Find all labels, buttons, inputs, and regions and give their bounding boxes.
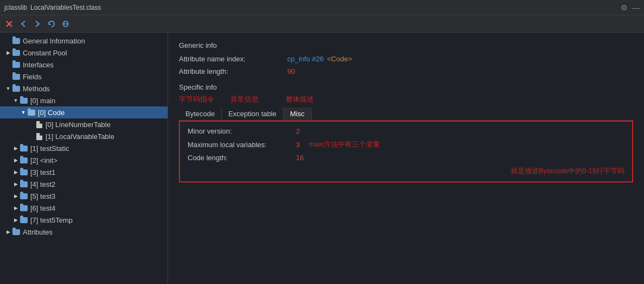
sidebar-item-interfaces[interactable]: Interfaces: [0, 59, 168, 71]
sidebar-item-method5[interactable]: ▶ [5] test3: [0, 190, 168, 202]
max-local-vars-value: 3: [296, 141, 300, 149]
file-icon-lineNumberTable: [35, 120, 43, 129]
exception-annotation: 异常信息: [230, 94, 259, 104]
folder-icon-method6: [20, 204, 28, 212]
folder-icon-method4: [20, 180, 28, 188]
sidebar-item-code0[interactable]: ▼ [0] Code: [0, 106, 168, 118]
annotation-row: 字节码指令 异常信息 整体描述: [179, 94, 633, 104]
attribute-length-row: Attribute length: 90: [179, 67, 633, 75]
arrow-code0: ▼: [20, 110, 27, 115]
label-constantPool: Constant Pool: [23, 49, 67, 57]
folder-icon-interfaces: [12, 60, 21, 69]
arrow-method5: ▶: [12, 193, 20, 199]
sidebar-item-general[interactable]: General Information: [0, 35, 168, 47]
label-method1: [1] testStatic: [30, 144, 69, 153]
tab-misc[interactable]: Misc: [284, 108, 312, 120]
app-name: jclasslib: [4, 4, 27, 11]
back-button[interactable]: [17, 18, 29, 30]
content-panel: Generic info Attribute name index: cp_in…: [168, 33, 644, 284]
attribute-name-tag: <Code>: [327, 55, 352, 63]
label-code0: [0] Code: [38, 109, 65, 117]
attribute-name-link[interactable]: cp_info #26: [287, 55, 324, 63]
code-length-annotation: 就是描述Bytecode中的0-15行字节码: [188, 166, 624, 176]
attribute-length-value: 90: [287, 67, 295, 75]
folder-icon-methods: [12, 84, 21, 93]
label-method0: [0] main: [30, 97, 55, 105]
tabs-bar: Bytecode Exception table Misc: [179, 108, 633, 121]
minimize-icon[interactable]: —: [632, 3, 640, 12]
refresh-button[interactable]: [46, 18, 57, 30]
misc-info-box: Minor version: 2 Maximum local variables…: [179, 121, 633, 182]
globe-button[interactable]: [60, 18, 72, 30]
folder-icon-method1: [20, 144, 28, 153]
arrow-methods: ▼: [4, 86, 12, 91]
folder-icon-general: [12, 36, 21, 45]
sidebar-item-method2[interactable]: ▶ [2] <init>: [0, 154, 168, 166]
sidebar-item-method1[interactable]: ▶ [1] testStatic: [0, 142, 168, 154]
specific-info-title: Specific info: [179, 83, 633, 91]
close-button[interactable]: [3, 18, 15, 30]
attribute-length-label: Attribute length:: [179, 67, 287, 75]
folder-icon-method3: [20, 168, 28, 176]
attribute-name-label: Attribute name index:: [179, 55, 287, 63]
code-length-value: 16: [296, 154, 304, 162]
tab-exception-table[interactable]: Exception table: [222, 108, 284, 120]
sidebar-item-localVariableTable[interactable]: [1] LocalVariableTable: [0, 130, 168, 142]
arrow-method4: ▶: [12, 181, 20, 187]
generic-info-title: Generic info: [179, 41, 633, 49]
label-fields: Fields: [23, 73, 42, 81]
label-method4: [4] test2: [30, 180, 55, 188]
arrow-method2: ▶: [12, 157, 20, 163]
folder-icon-constantPool: [12, 48, 21, 57]
file-name: LocalVariablesTest.class: [30, 4, 101, 11]
folder-icon-attributes: [12, 228, 21, 236]
label-method6: [6] test4: [30, 204, 55, 212]
minor-version-row: Minor version: 2: [188, 127, 624, 135]
arrow-attributes: ▶: [4, 229, 12, 235]
arrow-method7: ▶: [12, 217, 20, 223]
max-local-vars-annotation: main方法中有三个变量: [308, 140, 380, 149]
label-general: General Information: [23, 37, 85, 45]
sidebar-item-method7[interactable]: ▶ [7] test5Temp: [0, 214, 168, 226]
sidebar-item-methods[interactable]: ▼ Methods: [0, 83, 168, 94]
max-local-vars-row: Maximum local variables: 3 main方法中有三个变量: [188, 140, 624, 149]
sidebar-item-constantPool[interactable]: ▶ Constant Pool: [0, 47, 168, 59]
arrow-method1: ▶: [12, 146, 20, 151]
sidebar-item-lineNumberTable[interactable]: [0] LineNumberTable: [0, 118, 168, 130]
toolbar: [0, 15, 644, 33]
arrow-method0: ▼: [12, 98, 20, 103]
arrow-method6: ▶: [12, 205, 20, 211]
sidebar-item-attributes[interactable]: ▶ Attributes: [0, 226, 168, 238]
tab-bytecode[interactable]: Bytecode: [179, 108, 222, 120]
folder-icon-method5: [20, 192, 28, 200]
label-method2: [2] <init>: [30, 156, 57, 165]
sidebar-item-method3[interactable]: ▶ [3] test1: [0, 166, 168, 178]
folder-icon-code0: [27, 108, 36, 117]
max-local-vars-label: Maximum local variables:: [188, 141, 296, 149]
label-localVariableTable: [1] LocalVariableTable: [46, 132, 114, 141]
code-length-label: Code length:: [188, 154, 296, 162]
label-lineNumberTable: [0] LineNumberTable: [46, 121, 111, 129]
file-icon-localVariableTable: [35, 132, 43, 141]
title-bar: jclasslib LocalVariablesTest.class ⚙ —: [0, 0, 644, 15]
forward-button[interactable]: [31, 18, 43, 30]
sidebar-item-method4[interactable]: ▶ [4] test2: [0, 178, 168, 190]
arrow-constantPool: ▶: [4, 50, 12, 55]
tree-panel: General Information ▶ Constant Pool Inte…: [0, 33, 168, 284]
code-length-row: Code length: 16: [188, 154, 624, 162]
minor-version-label: Minor version:: [188, 127, 296, 135]
minor-version-value: 2: [296, 127, 300, 135]
title-bar-left: jclasslib LocalVariablesTest.class: [4, 4, 101, 11]
sidebar-item-method6[interactable]: ▶ [6] test4: [0, 202, 168, 214]
sidebar-item-method0[interactable]: ▼ [0] main: [0, 94, 168, 106]
sidebar-item-fields[interactable]: Fields: [0, 71, 168, 83]
folder-icon-fields: [12, 72, 21, 81]
label-method7: [7] test5Temp: [30, 216, 73, 224]
label-method5: [5] test3: [30, 192, 55, 200]
label-attributes: Attributes: [23, 228, 53, 236]
misc-annotation: 整体描述: [286, 94, 314, 104]
label-interfaces: Interfaces: [23, 61, 54, 69]
settings-icon[interactable]: ⚙: [621, 3, 628, 12]
folder-icon-method2: [20, 156, 28, 165]
folder-icon-method7: [20, 216, 28, 224]
